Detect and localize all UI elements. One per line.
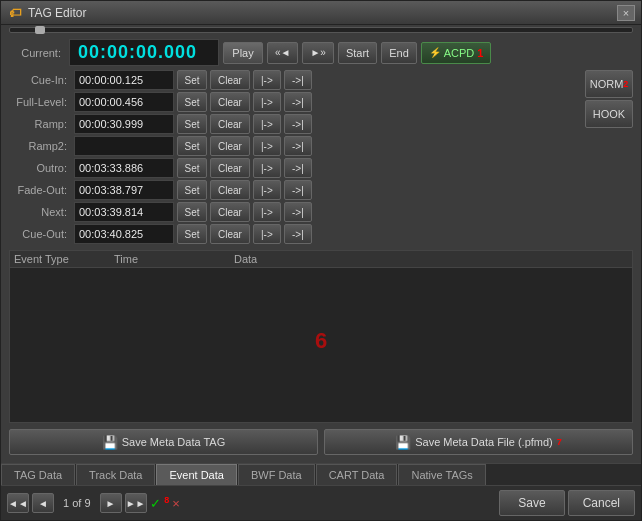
arrow-right-button[interactable]: ->| (284, 92, 312, 112)
window-icon: 🏷 (7, 5, 23, 21)
field-input[interactable] (74, 158, 174, 178)
prev-page-button[interactable]: ◄ (32, 493, 54, 513)
field-label: Cue-In: (9, 74, 71, 86)
current-row: Current: 00:00:00.000 Play «◄ ►» Start E… (9, 39, 633, 66)
event-table: Event Type Time Data 6 (9, 250, 633, 423)
tab-bwf-data[interactable]: BWF Data (238, 464, 315, 485)
progress-bar-area (1, 25, 641, 35)
clear-button[interactable]: Clear (210, 136, 250, 156)
field-label: Next: (9, 206, 71, 218)
clear-button[interactable]: Clear (210, 70, 250, 90)
set-button[interactable]: Set (177, 136, 207, 156)
set-button[interactable]: Set (177, 180, 207, 200)
arrow-left-button[interactable]: |-> (253, 202, 281, 222)
save-meta-tag-button[interactable]: 💾 Save Meta Data TAG (9, 429, 318, 455)
field-row: Fade-Out:SetClear|->->| (9, 180, 581, 200)
prev-nav-button[interactable]: «◄ (267, 42, 298, 64)
tabs-row: TAG DataTrack DataEvent DataBWF DataCART… (1, 463, 641, 485)
set-button[interactable]: Set (177, 114, 207, 134)
arrow-left-button[interactable]: |-> (253, 114, 281, 134)
set-button[interactable]: Set (177, 70, 207, 90)
tab-cart-data[interactable]: CART Data (316, 464, 398, 485)
arrow-right-button[interactable]: ->| (284, 70, 312, 90)
save-meta-file-button[interactable]: 💾 Save Meta Data File (.pfmd) 7 (324, 429, 633, 455)
hook-button[interactable]: HOOK (585, 100, 633, 128)
field-input[interactable] (74, 70, 174, 90)
page-info: 1 of 9 (57, 497, 97, 509)
window-title: TAG Editor (28, 6, 617, 20)
arrow-right-button[interactable]: ->| (284, 202, 312, 222)
next-nav-button[interactable]: ►» (302, 42, 333, 64)
bottom-buttons: 💾 Save Meta Data TAG 💾 Save Meta Data Fi… (9, 425, 633, 459)
save-tag-icon: 💾 (102, 435, 118, 450)
close-button[interactable]: × (617, 5, 635, 21)
acpd-icon: ⚡ (429, 47, 441, 58)
next-page-button[interactable]: ► (100, 493, 122, 513)
first-page-button[interactable]: ◄◄ (7, 493, 29, 513)
norm-hook-column: NORM2 HOOK (585, 70, 633, 248)
arrow-right-button[interactable]: ->| (284, 224, 312, 244)
field-row: Ramp2:SetClear|->->| (9, 136, 581, 156)
cancel-button[interactable]: Cancel (568, 490, 635, 516)
discard-button[interactable]: × (172, 496, 180, 511)
title-bar: 🏷 TAG Editor × (1, 1, 641, 25)
fields-column: Cue-In:SetClear|->->|Full-Level:SetClear… (9, 70, 581, 248)
tab-tag-data[interactable]: TAG Data (1, 464, 75, 485)
arrow-left-button[interactable]: |-> (253, 180, 281, 200)
set-button[interactable]: Set (177, 224, 207, 244)
nav-row: ◄◄ ◄ 1 of 9 ► ►► ✓ 8 × Save Cancel (1, 485, 641, 520)
current-time-display: 00:00:00.000 (69, 39, 219, 66)
arrow-left-button[interactable]: |-> (253, 224, 281, 244)
tab-track-data[interactable]: Track Data (76, 464, 155, 485)
field-row: Full-Level:SetClear|->->| (9, 92, 581, 112)
field-input[interactable] (74, 136, 174, 156)
arrow-left-button[interactable]: |-> (253, 70, 281, 90)
tag-editor-window: 🏷 TAG Editor × Current: 00:00:00.000 Pla… (0, 0, 642, 521)
arrow-left-button[interactable]: |-> (253, 92, 281, 112)
field-row: Cue-Out:SetClear|->->| (9, 224, 581, 244)
field-input[interactable] (74, 92, 174, 112)
play-button[interactable]: Play (223, 42, 263, 64)
progress-thumb[interactable] (35, 26, 45, 34)
start-button[interactable]: Start (338, 42, 377, 64)
arrow-left-button[interactable]: |-> (253, 158, 281, 178)
set-button[interactable]: Set (177, 158, 207, 178)
field-row: Next:SetClear|->->| (9, 202, 581, 222)
field-input[interactable] (74, 202, 174, 222)
save-file-icon: 💾 (395, 435, 411, 450)
save-button[interactable]: Save (499, 490, 564, 516)
clear-button[interactable]: Clear (210, 92, 250, 112)
tab-event-data[interactable]: Event Data (156, 464, 236, 485)
field-row: Outro:SetClear|->->| (9, 158, 581, 178)
event-area-num: 6 (315, 328, 327, 354)
arrow-right-button[interactable]: ->| (284, 136, 312, 156)
last-page-button[interactable]: ►► (125, 493, 147, 513)
arrow-left-button[interactable]: |-> (253, 136, 281, 156)
clear-button[interactable]: Clear (210, 114, 250, 134)
progress-track[interactable] (9, 27, 633, 33)
field-input[interactable] (74, 224, 174, 244)
field-label: Ramp2: (9, 140, 71, 152)
set-button[interactable]: Set (177, 92, 207, 112)
arrow-right-button[interactable]: ->| (284, 158, 312, 178)
acpd-button[interactable]: ⚡ ACPD 1 (421, 42, 492, 64)
clear-button[interactable]: Clear (210, 158, 250, 178)
set-button[interactable]: Set (177, 202, 207, 222)
confirm-button[interactable]: ✓ 8 (150, 495, 170, 511)
fields-area: Cue-In:SetClear|->->|Full-Level:SetClear… (9, 70, 633, 248)
col-data: Data (234, 253, 628, 265)
end-button[interactable]: End (381, 42, 417, 64)
norm-button[interactable]: NORM2 (585, 70, 633, 98)
field-rows: Cue-In:SetClear|->->|Full-Level:SetClear… (9, 70, 581, 244)
clear-button[interactable]: Clear (210, 202, 250, 222)
field-input[interactable] (74, 180, 174, 200)
event-table-header: Event Type Time Data (10, 251, 632, 268)
current-label: Current: (9, 47, 65, 59)
clear-button[interactable]: Clear (210, 180, 250, 200)
field-row: Ramp:SetClear|->->| (9, 114, 581, 134)
arrow-right-button[interactable]: ->| (284, 180, 312, 200)
clear-button[interactable]: Clear (210, 224, 250, 244)
arrow-right-button[interactable]: ->| (284, 114, 312, 134)
tab-native-tags[interactable]: Native TAGs (398, 464, 485, 485)
field-input[interactable] (74, 114, 174, 134)
